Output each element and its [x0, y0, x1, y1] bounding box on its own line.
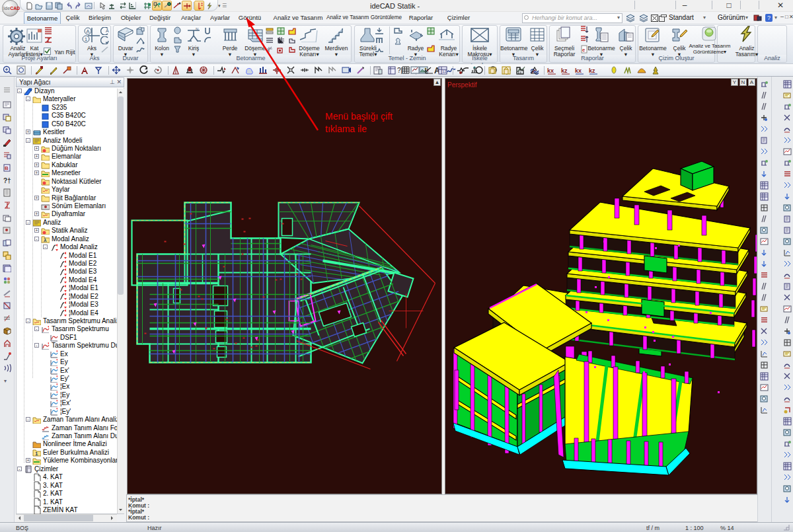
- svg-text:kz: kz: [589, 67, 595, 74]
- svg-text:kx: kx: [547, 67, 554, 74]
- svg-text:1: 1: [85, 36, 88, 42]
- svg-text:A: A: [106, 28, 109, 33]
- svg-text:N: N: [196, 27, 198, 31]
- svg-text:1: 1: [35, 451, 38, 457]
- svg-text:kz: kz: [561, 67, 568, 74]
- svg-text:?|: ?|: [397, 67, 402, 74]
- svg-text:B: B: [5, 165, 9, 171]
- svg-text:kx: kx: [575, 67, 582, 74]
- svg-text:12: 12: [442, 69, 447, 73]
- svg-text:λ: λ: [44, 237, 47, 243]
- svg-text:?†: ?†: [3, 177, 11, 184]
- svg-text:A: A: [86, 28, 90, 34]
- svg-text:e: e: [582, 47, 585, 53]
